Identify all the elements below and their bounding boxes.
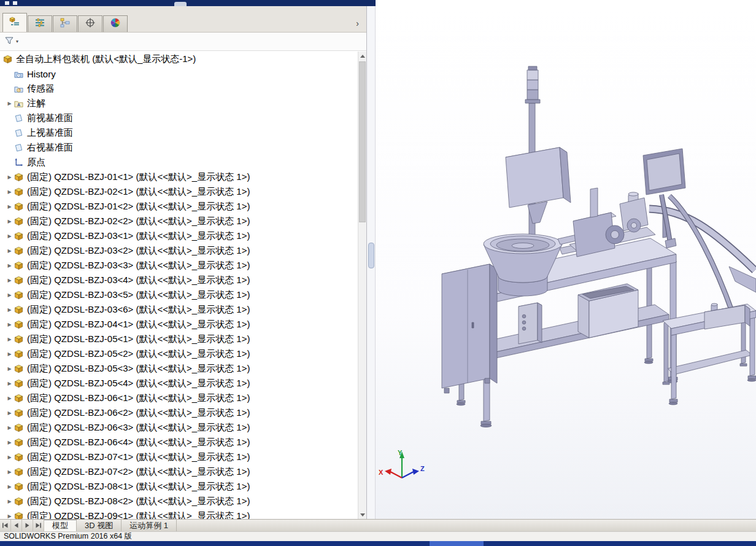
filter-button[interactable]: ▾ [4,36,18,48]
tree-item[interactable]: ▶(固定) QZDSL-BZJ-03<2> (默认<<默认>_显示状态 1>) [0,243,358,258]
status-bar: SOLIDWORKS Premium 2016 x64 版 [0,531,756,541]
expand-arrow-icon[interactable]: ▶ [5,513,14,519]
tree-item[interactable]: 上视基准面 [0,125,358,140]
tree-item[interactable]: ▶(固定) QZDSL-BZJ-08<1> (默认<<默认>_显示状态 1>) [0,479,358,494]
tree-item[interactable]: ▶(固定) QZDSL-BZJ-05<3> (默认<<默认>_显示状态 1>) [0,361,358,376]
component-icon [14,379,26,388]
tree-item-label: (固定) QZDSL-BZJ-03<2> (默认<<默认>_显示状态 1>) [27,245,250,257]
panel-tabs-overflow-chevron[interactable]: › [356,18,364,32]
tree-item[interactable]: 右视基准面 [0,140,358,155]
tab-scroll-prev-button[interactable] [11,520,22,531]
tab-scroll-first-button[interactable] [0,520,11,531]
tree-item[interactable]: 原点 [0,155,358,170]
sensors-icon [14,84,26,93]
tree-item[interactable]: ▶A注解 [0,96,358,111]
component-icon [14,394,26,403]
expand-arrow-icon[interactable]: ▶ [5,278,14,283]
tab-configurationmanager[interactable] [53,15,77,32]
expand-arrow-icon[interactable]: ▶ [5,499,14,504]
tree-item-label: (固定) QZDSL-BZJ-06<2> (默认<<默认>_显示状态 1>) [27,407,250,419]
panel-splitter[interactable] [367,6,376,519]
expand-arrow-icon[interactable]: ▶ [5,189,14,195]
tree-item[interactable]: 全自动上料包装机 (默认<默认_显示状态-1>) [0,52,358,66]
tree-item[interactable]: History [0,66,358,81]
component-icon [14,173,26,182]
splitter-handle[interactable] [368,243,374,268]
tree-item[interactable]: ▶(固定) QZDSL-BZJ-03<4> (默认<<默认>_显示状态 1>) [0,273,358,287]
tree-item-label: (固定) QZDSL-BZJ-08<2> (默认<<默认>_显示状态 1>) [27,496,250,507]
tab-dimxpertmanager[interactable] [78,15,102,32]
tab-featuremanager-design-tree[interactable] [2,13,27,32]
expand-arrow-icon[interactable]: ▶ [5,174,14,180]
taskbar-strip[interactable] [0,541,756,546]
expand-arrow-icon[interactable]: ▶ [5,396,14,401]
tree-item[interactable]: ▶(固定) QZDSL-BZJ-06<1> (默认<<默认>_显示状态 1>) [0,391,358,405]
scroll-down-button[interactable] [358,510,366,519]
component-icon [14,423,26,432]
viewport-3d[interactable]: Y X Z [376,6,756,519]
scroll-thumb[interactable] [359,61,366,222]
tree-item-label: 原点 [27,157,45,168]
expand-arrow-icon[interactable]: ▶ [5,248,14,254]
tab-displaymanager[interactable] [103,15,128,32]
expand-arrow-icon[interactable]: ▶ [5,322,14,327]
tree-item[interactable]: ▶(固定) QZDSL-BZJ-06<2> (默认<<默认>_显示状态 1>) [0,405,358,420]
tree-item[interactable]: ▶(固定) QZDSL-BZJ-03<6> (默认<<默认>_显示状态 1>) [0,302,358,317]
tree-item[interactable]: ▶(固定) QZDSL-BZJ-08<2> (默认<<默认>_显示状态 1>) [0,494,358,509]
tree-item-label: (固定) QZDSL-BZJ-05<2> (默认<<默认>_显示状态 1>) [27,348,250,360]
tab-propertymanager[interactable] [28,15,52,32]
expand-arrow-icon[interactable]: ▶ [5,425,14,431]
tree-item[interactable]: ▶(固定) QZDSL-BZJ-06<4> (默认<<默认>_显示状态 1>) [0,435,358,450]
expand-arrow-icon[interactable]: ▶ [5,410,14,416]
tree-item[interactable]: ▶(固定) QZDSL-BZJ-05<1> (默认<<默认>_显示状态 1>) [0,332,358,346]
expand-arrow-icon[interactable]: ▶ [5,337,14,342]
tab-motion-study-1[interactable]: 运动算例 1 [122,520,177,531]
expand-arrow-icon[interactable]: ▶ [5,454,14,460]
expand-arrow-icon[interactable]: ▶ [5,233,14,239]
expand-arrow-icon[interactable]: ▶ [5,292,14,298]
expand-arrow-icon[interactable]: ▶ [5,484,14,489]
tree-item-label: 全自动上料包装机 (默认<默认_显示状态-1>) [16,53,196,65]
taskbar-window-button[interactable] [430,541,484,546]
tree-item[interactable]: ▶(固定) QZDSL-BZJ-09<1> (默认<<默认>_显示状态 1>) [0,509,358,519]
expand-arrow-icon[interactable]: ▶ [5,469,14,475]
machine-assembly-model[interactable] [442,66,756,427]
expand-arrow-icon[interactable]: ▶ [5,219,14,224]
expand-arrow-icon[interactable]: ▶ [5,101,14,106]
tree-item[interactable]: 前视基准面 [0,111,358,125]
expand-arrow-icon[interactable]: ▶ [5,440,14,445]
triad-z-label: Z [420,465,425,472]
tab-model[interactable]: 模型 [44,520,77,531]
scroll-up-button[interactable] [358,52,366,60]
expand-arrow-icon[interactable]: ▶ [5,263,14,268]
tree-item[interactable]: ▶(固定) QZDSL-BZJ-07<1> (默认<<默认>_显示状态 1>) [0,450,358,464]
tree-item[interactable]: ▶(固定) QZDSL-BZJ-03<5> (默认<<默认>_显示状态 1>) [0,287,358,302]
tree-scrollbar[interactable] [358,52,366,519]
tree-item[interactable]: ▶(固定) QZDSL-BZJ-05<2> (默认<<默认>_显示状态 1>) [0,346,358,361]
expand-arrow-icon[interactable]: ▶ [5,204,14,209]
panel-tab-bar: › [0,6,366,33]
expand-arrow-icon[interactable]: ▶ [5,381,14,386]
tree-item-label: (固定) QZDSL-BZJ-02<2> (默认<<默认>_显示状态 1>) [27,216,250,227]
tree-item[interactable]: ▶(固定) QZDSL-BZJ-02<2> (默认<<默认>_显示状态 1>) [0,214,358,228]
expand-arrow-icon[interactable]: ▶ [5,366,14,372]
tree-item[interactable]: ▶(固定) QZDSL-BZJ-02<1> (默认<<默认>_显示状态 1>) [0,184,358,199]
tree-item[interactable]: ▶(固定) QZDSL-BZJ-01<2> (默认<<默认>_显示状态 1>) [0,199,358,214]
tree-item[interactable]: ▶(固定) QZDSL-BZJ-01<1> (默认<<默认>_显示状态 1>) [0,170,358,184]
tree-item[interactable]: ▶(固定) QZDSL-BZJ-03<3> (默认<<默认>_显示状态 1>) [0,258,358,273]
tab-scroll-last-button[interactable] [33,520,44,531]
assembly-icon [3,55,15,64]
tree-item[interactable]: ▶(固定) QZDSL-BZJ-07<2> (默认<<默认>_显示状态 1>) [0,464,358,479]
status-bar-text: SOLIDWORKS Premium 2016 x64 版 [4,531,132,542]
tree-item[interactable]: ▶(固定) QZDSL-BZJ-03<1> (默认<<默认>_显示状态 1>) [0,228,358,243]
tab-3d-views[interactable]: 3D 视图 [77,520,122,531]
tree-item[interactable]: ▶(固定) QZDSL-BZJ-04<1> (默认<<默认>_显示状态 1>) [0,317,358,332]
tree-item[interactable]: 传感器 [0,81,358,96]
tree-item[interactable]: ▶(固定) QZDSL-BZJ-06<3> (默认<<默认>_显示状态 1>) [0,420,358,435]
expand-arrow-icon[interactable]: ▶ [5,351,14,357]
tree-item[interactable]: ▶(固定) QZDSL-BZJ-05<4> (默认<<默认>_显示状态 1>) [0,376,358,391]
solidworks-window: › ▾ 全自动上料包装机 (默认<默认_显示状态-1>)History传感器▶A… [0,0,756,546]
origin-icon [14,158,26,167]
tab-scroll-next-button[interactable] [22,520,33,531]
expand-arrow-icon[interactable]: ▶ [5,307,14,313]
